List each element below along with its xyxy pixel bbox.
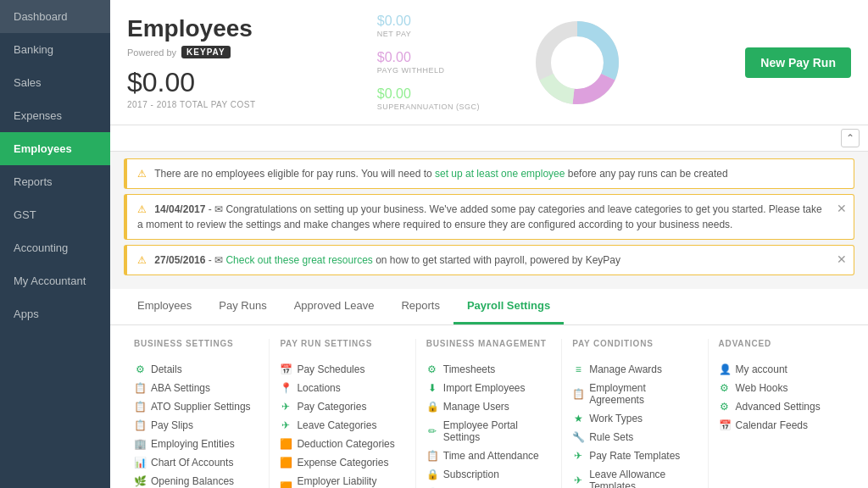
alert-congrats-text: Congratulations on setting up your busin… <box>137 203 822 230</box>
link-icon: ★ <box>572 413 584 424</box>
link-label: Subscription <box>443 469 499 480</box>
settings-link-pay-rate-templates[interactable]: ✈Pay Rate Templates <box>572 446 697 465</box>
collapse-button[interactable]: ⌃ <box>841 129 860 147</box>
settings-col-business-management: BUSINESS MANAGEMENT⚙Timesheets⬇Import Em… <box>416 339 562 488</box>
link-icon: ≡ <box>572 363 584 375</box>
alerts-container: ⚠ There are no employees eligible for pa… <box>110 152 868 282</box>
alert-link-resources[interactable]: Check out these great resources <box>225 254 372 266</box>
link-icon: 🔒 <box>426 401 438 413</box>
sidebar-item-expenses[interactable]: Expenses <box>0 99 110 132</box>
sidebar-item-accounting[interactable]: Accounting <box>0 231 110 264</box>
link-icon: 📅 <box>719 419 731 431</box>
settings-link-manage-awards[interactable]: ≡Manage Awards <box>572 360 697 379</box>
link-icon: ⚙ <box>719 401 731 413</box>
settings-link-employee-portal-settings[interactable]: ✏Employee Portal Settings <box>426 416 551 446</box>
link-label: Manage Users <box>443 401 509 413</box>
alert-date-1: 14/04/2017 <box>154 203 205 215</box>
settings-link-invoices[interactable]: 🔒Invoices <box>426 484 551 488</box>
sidebar-item-dashboard[interactable]: Dashboard <box>0 0 110 33</box>
link-icon: 🟧 <box>280 481 292 488</box>
settings-col-business-settings: BUSINESS SETTINGS⚙Details📋ABA Settings📋A… <box>124 339 270 488</box>
total-cost-value: $0.00 <box>127 67 256 98</box>
link-icon: 📋 <box>134 419 146 431</box>
alert-congrats: ⚠ 14/04/2017 - ✉ Congratulations on sett… <box>124 194 854 240</box>
link-label: Opening Balances <box>151 475 234 487</box>
settings-link-work-types[interactable]: ★Work Types <box>572 409 697 428</box>
settings-link-locations[interactable]: 📍Locations <box>280 379 404 397</box>
keypay-logo: KEYPAY <box>181 46 230 58</box>
settings-link-pay-categories[interactable]: ✈Pay Categories <box>280 397 404 416</box>
sidebar-item-gst[interactable]: GST <box>0 198 110 231</box>
tab-pay-runs[interactable]: Pay Runs <box>205 289 280 324</box>
settings-link-web-hooks[interactable]: ⚙Web Hooks <box>719 379 844 397</box>
settings-link-leave-categories[interactable]: ✈Leave Categories <box>280 416 404 435</box>
settings-link-pay-schedules[interactable]: 📅Pay Schedules <box>280 360 404 379</box>
settings-link-employer-liability-categories[interactable]: 🟧Employer Liability Categories <box>280 472 404 488</box>
col-header: PAY CONDITIONS <box>572 339 697 352</box>
stat-value: $0.00 <box>377 86 480 102</box>
link-icon: ✏ <box>426 425 438 437</box>
sidebar-item-banking[interactable]: Banking <box>0 33 110 66</box>
alert-text-after: before any pay runs can be created <box>565 168 727 180</box>
settings-link-deduction-categories[interactable]: 🟧Deduction Categories <box>280 435 404 453</box>
alert-close-1[interactable]: ✕ <box>837 202 847 215</box>
link-label: Pay Schedules <box>297 363 364 375</box>
sidebar-item-sales[interactable]: Sales <box>0 66 110 99</box>
settings-link-calendar-feeds[interactable]: 📅Calendar Feeds <box>719 416 844 435</box>
warning-icon-3: ⚠ <box>137 254 147 266</box>
tab-employees[interactable]: Employees <box>124 289 205 324</box>
settings-col-pay-conditions: PAY CONDITIONS≡Manage Awards📋Employment … <box>562 339 708 488</box>
settings-link-aba-settings[interactable]: 📋ABA Settings <box>134 379 259 397</box>
settings-link-leave-allowance-templates[interactable]: ✈Leave Allowance Templates <box>572 465 697 488</box>
powered-by-text: Powered by <box>127 47 176 58</box>
sidebar-item-apps[interactable]: Apps <box>0 297 110 330</box>
col-header: PAY RUN SETTINGS <box>280 339 404 352</box>
alert-link-employee[interactable]: set up at least one employee <box>435 168 565 180</box>
link-icon: ✈ <box>572 450 584 462</box>
link-label: Calendar Feeds <box>736 419 808 431</box>
link-label: Locations <box>297 382 340 394</box>
link-icon: 🏢 <box>134 438 146 450</box>
settings-link-time-and-attendance[interactable]: 📋Time and Attendance <box>426 446 551 465</box>
link-label: Pay Categories <box>297 401 366 413</box>
content-area: ⌃ ⚠ There are no employees eligible for … <box>110 125 868 488</box>
settings-link-employing-entities[interactable]: 🏢Employing Entities <box>134 435 259 453</box>
link-label: Employment Agreements <box>589 382 697 406</box>
new-pay-run-button[interactable]: New Pay Run <box>745 47 851 78</box>
sidebar-item-my-accountant[interactable]: My Accountant <box>0 264 110 297</box>
link-label: Time and Attendance <box>443 450 539 462</box>
settings-link-my-account[interactable]: 👤My account <box>719 360 844 379</box>
stat-superannuation-(sgc): $0.00SUPERANNUATION (SGC) <box>377 86 480 111</box>
settings-link-employment-agreements[interactable]: 📋Employment Agreements <box>572 379 697 409</box>
sidebar-item-employees[interactable]: Employees <box>0 132 110 165</box>
link-icon: 🟧 <box>280 457 292 469</box>
tab-reports[interactable]: Reports <box>387 289 453 324</box>
settings-link-advanced-settings[interactable]: ⚙Advanced Settings <box>719 397 844 416</box>
header-left: Employees Powered by KEYPAY $0.00 2017 -… <box>127 15 256 109</box>
link-icon: ⚙ <box>134 363 146 375</box>
settings-link-pay-slips[interactable]: 📋Pay Slips <box>134 416 259 435</box>
settings-link-ato-supplier-settings[interactable]: 📋ATO Supplier Settings <box>134 397 259 416</box>
alert-close-2[interactable]: ✕ <box>837 252 847 266</box>
link-label: ATO Supplier Settings <box>151 401 251 413</box>
sidebar-item-reports[interactable]: Reports <box>0 165 110 198</box>
settings-link-details[interactable]: ⚙Details <box>134 360 259 379</box>
powered-by: Powered by KEYPAY <box>127 46 256 58</box>
settings-link-rule-sets[interactable]: 🔧Rule Sets <box>572 428 697 446</box>
settings-grid: BUSINESS SETTINGS⚙Details📋ABA Settings📋A… <box>110 325 868 488</box>
settings-link-timesheets[interactable]: ⚙Timesheets <box>426 360 551 379</box>
settings-link-opening-balances[interactable]: 🌿Opening Balances <box>134 472 259 488</box>
settings-link-manage-users[interactable]: 🔒Manage Users <box>426 397 551 416</box>
stat-label: NET PAY <box>377 30 480 38</box>
settings-link-expense-categories[interactable]: 🟧Expense Categories <box>280 453 404 472</box>
link-icon: ⬇ <box>426 382 438 394</box>
link-label: Employee Portal Settings <box>443 419 551 443</box>
alert-resources-text: on how to get started with payroll, powe… <box>373 254 620 266</box>
settings-link-chart-of-accounts[interactable]: 📊Chart Of Accounts <box>134 453 259 472</box>
tab-approved-leave[interactable]: Approved Leave <box>281 289 388 324</box>
tab-payroll-settings[interactable]: Payroll Settings <box>453 289 564 324</box>
settings-link-import-employees[interactable]: ⬇Import Employees <box>426 379 551 397</box>
col-header: BUSINESS MANAGEMENT <box>426 339 551 352</box>
link-icon: 📋 <box>134 401 146 413</box>
settings-link-subscription[interactable]: 🔒Subscription <box>426 465 551 484</box>
